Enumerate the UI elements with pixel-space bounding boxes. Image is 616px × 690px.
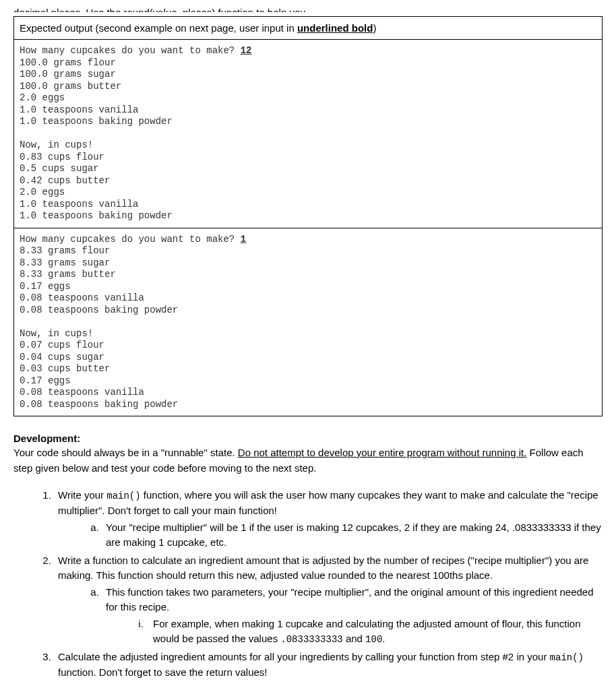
step-2a-i-code1: .0833333333 [280, 634, 342, 645]
example-output-1: How many cupcakes do you want to make? 1… [14, 40, 602, 228]
example-output-2: How many cupcakes do you want to make? 1… [14, 228, 602, 416]
header-emph: underlined bold [297, 22, 373, 34]
user-input-2: 1 [241, 234, 246, 245]
step-1-text-a: Write your [58, 489, 106, 501]
user-input-1: 12 [241, 45, 252, 56]
step-3-text-b: function. Don't forget to save the retur… [58, 666, 268, 678]
cups-header-1: Now, in cups! [20, 139, 93, 150]
grams-lines-2: 8.33 grams flour 8.33 grams sugar 8.33 g… [20, 245, 178, 315]
step-2a-i-code2: 100 [365, 634, 382, 645]
step-2-text: Write a function to calculate an ingredi… [58, 555, 588, 582]
header-suffix: ) [373, 22, 376, 34]
step-3-text-a: Calculate the adjusted ingredient amount… [58, 651, 550, 662]
cups-header-2: Now, in cups! [20, 328, 93, 339]
prompt-text-2: How many cupcakes do you want to make? [20, 234, 241, 245]
step-2a: This function takes two parameters, your… [102, 585, 603, 648]
development-paragraph: Your code should always be in a "runnabl… [13, 445, 603, 476]
cups-lines-1: 0.83 cups flour 0.5 cups sugar 0.42 cups… [20, 152, 173, 222]
development-heading: Development: [13, 431, 603, 445]
cups-lines-2: 0.07 cups flour 0.04 cups sugar 0.03 cup… [20, 340, 178, 410]
dev-para-prefix: Your code should always be in a "runnabl… [13, 447, 238, 458]
header-prefix: Expected output (second example on next … [20, 22, 297, 34]
step-2a-i-mid: and [343, 633, 365, 644]
step-2-sublist: This function takes two parameters, your… [95, 585, 603, 648]
step-2: Write a function to calculate an ingredi… [54, 553, 603, 648]
step-1-sublist: Your "recipe multiplier" will be 1 if th… [95, 520, 603, 551]
step-2a-i: For example, when making 1 cupcake and c… [146, 617, 603, 648]
grams-lines-1: 100.0 grams flour 100.0 grams sugar 100.… [20, 57, 173, 127]
cutoff-previous-line: decimal places. Use the round(value, pla… [13, 5, 603, 12]
step-1-code: main() [106, 491, 140, 501]
step-1: Write your main() function, where you wi… [54, 488, 603, 551]
step-2a-i-suffix: . [382, 633, 385, 644]
development-section: Development: Your code should always be … [13, 431, 603, 681]
expected-output-box: Expected output (second example on next … [13, 16, 603, 416]
step-2a-sublist: For example, when making 1 cupcake and c… [140, 617, 603, 648]
dev-para-underlined: Do not attempt to develop your entire pr… [238, 447, 527, 458]
step-3: Calculate the adjusted ingredient amount… [54, 650, 603, 681]
step-1a: Your "recipe multiplier" will be 1 if th… [102, 520, 603, 551]
step-3-code: main() [550, 652, 584, 663]
development-steps-list: Write your main() function, where you wi… [47, 488, 603, 681]
prompt-text-1: How many cupcakes do you want to make? [20, 45, 241, 56]
expected-output-header: Expected output (second example on next … [14, 17, 602, 40]
step-2a-text: This function takes two parameters, your… [106, 586, 594, 613]
